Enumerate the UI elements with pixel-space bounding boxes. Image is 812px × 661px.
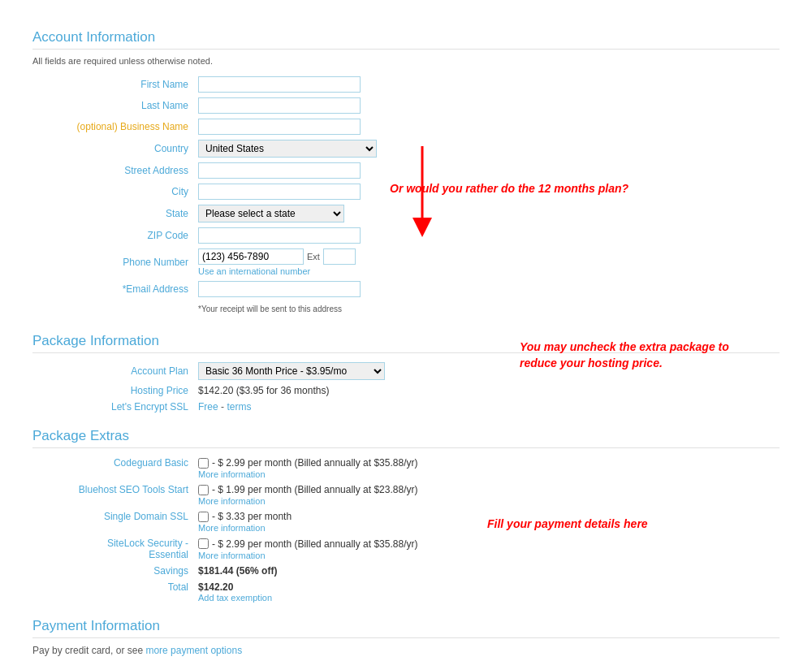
codeguard-label: Codeguard Basic xyxy=(32,455,195,482)
sitelock-label: SiteLock Security -Essential xyxy=(32,535,195,563)
codeguard-price: - $ 2.99 per month (Billed annually at $… xyxy=(212,457,417,469)
first-name-label: First Name xyxy=(32,74,195,95)
business-name-row: (optional) Business Name xyxy=(32,116,780,137)
codeguard-row-content: - $ 2.99 per month (Billed annually at $… xyxy=(198,457,776,469)
city-input[interactable] xyxy=(198,184,361,200)
codeguard-checkbox[interactable] xyxy=(198,458,209,469)
last-name-input[interactable] xyxy=(198,97,361,114)
annotation-arrow-text: Or would you rather do the 12 months pla… xyxy=(390,182,650,195)
extras-annotation: You may uncheck the extra package to red… xyxy=(520,339,731,371)
hosting-price-label: Hosting Price xyxy=(32,382,195,399)
codeguard-more-info[interactable]: More information xyxy=(198,469,776,479)
ssl-domain-checkbox[interactable] xyxy=(198,512,209,522)
sitelock-checkbox[interactable] xyxy=(198,538,209,549)
country-select[interactable]: United States xyxy=(198,140,377,158)
ssl-domain-row: Single Domain SSL - $ 3.33 per month Mor… xyxy=(32,508,780,535)
phone-label: Phone Number xyxy=(32,246,195,279)
payment-note-text: Pay by credit card, or see xyxy=(32,645,143,656)
payment-title: Payment Information xyxy=(32,618,780,638)
business-name-label: (optional) Business Name xyxy=(32,116,195,137)
hosting-price-value: $142.20 ($3.95 for 36 months) xyxy=(195,382,780,399)
savings-row: Savings $181.44 (56% off) xyxy=(32,563,780,579)
codeguard-row: Codeguard Basic - $ 2.99 per month (Bill… xyxy=(32,455,780,482)
email-label: *Email Address xyxy=(32,279,195,300)
first-name-row: First Name xyxy=(32,74,780,95)
seo-tools-row-content: - $ 1.99 per month (Billed annually at $… xyxy=(198,484,776,495)
email-row: *Email Address xyxy=(32,279,780,300)
sitelock-price: - $ 2.99 per month (Billed annually at $… xyxy=(212,538,417,550)
sitelock-more-info[interactable]: More information xyxy=(198,551,776,560)
phone-row-content: Ext xyxy=(198,248,776,265)
sitelock-item: - $ 2.99 per month (Billed annually at $… xyxy=(198,538,776,560)
phone-input[interactable] xyxy=(198,248,304,265)
email-note-row: *Your receipt will be sent to this addre… xyxy=(32,300,780,317)
ssl-domain-label: Single Domain SSL xyxy=(32,508,195,535)
account-title: Account Information xyxy=(32,29,780,50)
total-row: Total $142.20 Add tax exemption xyxy=(32,579,780,605)
last-name-label: Last Name xyxy=(32,95,195,116)
first-name-input[interactable] xyxy=(198,76,361,93)
state-label: State xyxy=(32,202,195,225)
savings-value: $181.44 (56% off) xyxy=(195,563,780,579)
extras-section: Package Extras Codeguard Basic - $ 2.99 … xyxy=(32,428,780,605)
zip-input[interactable] xyxy=(198,227,361,244)
page-container: Account Information All fields are requi… xyxy=(0,0,812,661)
business-name-input[interactable] xyxy=(198,119,361,135)
codeguard-item: - $ 2.99 per month (Billed annually at $… xyxy=(198,457,776,479)
required-note: All fields are required unless otherwise… xyxy=(32,56,780,66)
ssl-label: Let's Encrypt SSL xyxy=(32,399,195,415)
arrow-annotation-text: Or would you rather do the 12 months pla… xyxy=(390,182,628,195)
ssl-terms-link[interactable]: terms xyxy=(227,401,251,413)
seo-tools-checkbox[interactable] xyxy=(198,485,209,495)
seo-tools-label: Bluehost SEO Tools Start xyxy=(32,482,195,508)
email-note: *Your receipt will be sent to this addre… xyxy=(198,305,342,313)
ssl-domain-price: - $ 3.33 per month xyxy=(212,511,292,522)
total-value: $142.20 xyxy=(198,581,233,593)
extras-title: Package Extras xyxy=(32,428,780,448)
extras-annotation-text: You may uncheck the extra package to red… xyxy=(520,340,729,369)
seo-tools-row: Bluehost SEO Tools Start - $ 1.99 per mo… xyxy=(32,482,780,508)
hosting-price-row: Hosting Price $142.20 ($3.95 for 36 mont… xyxy=(32,382,780,399)
ext-input[interactable] xyxy=(323,248,356,265)
last-name-row: Last Name xyxy=(32,95,780,116)
payment-options-link[interactable]: more payment options xyxy=(145,645,242,656)
sitelock-row: SiteLock Security -Essential - $ 2.99 pe… xyxy=(32,535,780,563)
email-input[interactable] xyxy=(198,281,361,297)
payment-note: Pay by credit card, or see more payment … xyxy=(32,645,780,656)
tax-link[interactable]: Add tax exemption xyxy=(198,593,776,603)
payment-annotation: Fill your payment details here xyxy=(487,516,666,533)
sitelock-row-content: - $ 2.99 per month (Billed annually at $… xyxy=(198,538,776,550)
account-plan-select[interactable]: Basic 36 Month Price - $3.95/mo xyxy=(198,362,385,380)
intl-link[interactable]: Use an international number xyxy=(198,266,776,276)
state-select[interactable]: Please select a state xyxy=(198,205,344,222)
savings-label: Savings xyxy=(32,563,195,579)
seo-tools-price: - $ 1.99 per month (Billed annually at $… xyxy=(212,484,417,495)
city-label: City xyxy=(32,181,195,202)
ssl-row: Let's Encrypt SSL Free - terms xyxy=(32,399,780,415)
payment-annotation-text: Fill your payment details here xyxy=(487,517,648,530)
phone-row: Phone Number Ext Use an international nu… xyxy=(32,246,780,279)
street-address-input[interactable] xyxy=(198,162,361,179)
ssl-free-text: Free xyxy=(198,401,218,413)
country-label: Country xyxy=(32,137,195,160)
payment-section: Payment Information Pay by credit card, … xyxy=(32,618,780,661)
street-address-label: Street Address xyxy=(32,160,195,181)
zip-label: ZIP Code xyxy=(32,225,195,246)
total-label: Total xyxy=(32,579,195,605)
extras-form: Codeguard Basic - $ 2.99 per month (Bill… xyxy=(32,455,780,605)
seo-tools-more-info[interactable]: More information xyxy=(198,496,776,506)
seo-tools-item: - $ 1.99 per month (Billed annually at $… xyxy=(198,484,776,506)
account-plan-label: Account Plan xyxy=(32,360,195,382)
ext-label: Ext xyxy=(307,252,320,261)
